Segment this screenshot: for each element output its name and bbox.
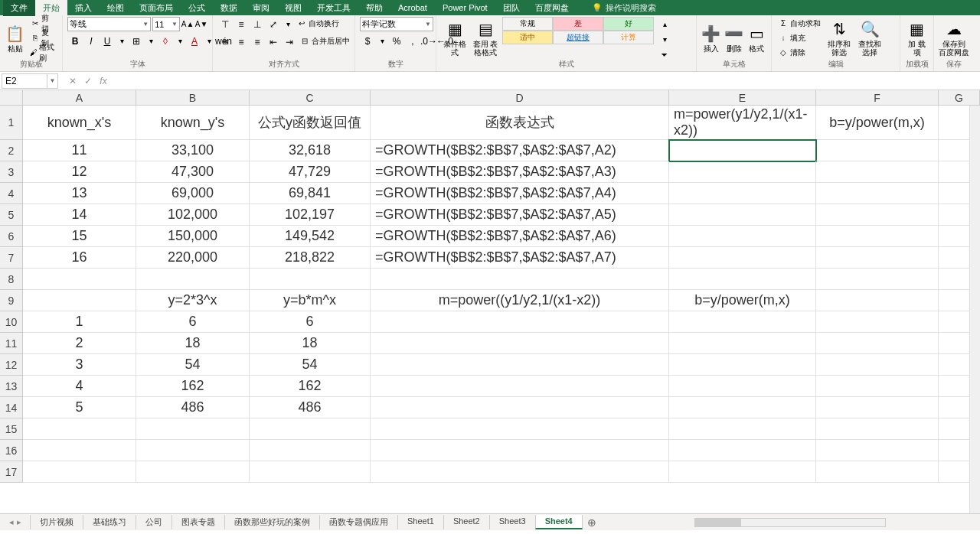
sheet-tab-Sheet1[interactable]: Sheet1: [397, 515, 444, 529]
tab-team[interactable]: 团队: [495, 0, 528, 16]
tab-baidu[interactable]: 百度网盘: [528, 0, 577, 16]
cell-E14[interactable]: [669, 397, 816, 418]
cell-C13[interactable]: 162: [250, 376, 371, 397]
tab-draw[interactable]: 绘图: [100, 0, 132, 16]
italic-button[interactable]: I: [83, 34, 99, 49]
sheet-tab-切片视频[interactable]: 切片视频: [30, 515, 83, 529]
cell-B3[interactable]: 47,300: [136, 161, 250, 183]
cell-F3[interactable]: [816, 161, 939, 183]
cell-E3[interactable]: [669, 161, 816, 183]
sheet-tab-函数专题偶应用[interactable]: 函数专题偶应用: [319, 515, 398, 529]
cell-B4[interactable]: 69,000: [136, 183, 250, 204]
number-format-combo[interactable]: 科学记数▼: [360, 17, 433, 31]
format-painter-button[interactable]: 🖌格式刷: [28, 46, 57, 59]
bold-button[interactable]: B: [67, 34, 83, 49]
style-normal[interactable]: 常规: [502, 17, 553, 31]
orientation-more-button[interactable]: ▾: [282, 17, 294, 31]
cell-C8[interactable]: [250, 269, 371, 290]
find-select-button[interactable]: 🔍查找和选择: [856, 17, 884, 60]
horizontal-scrollbar[interactable]: [694, 518, 886, 527]
col-header-B[interactable]: B: [136, 90, 250, 105]
align-center-button[interactable]: ≡: [234, 34, 249, 50]
row-header-8[interactable]: 8: [0, 269, 23, 290]
cell-D8[interactable]: [371, 269, 669, 290]
style-scroll-down[interactable]: ▾: [658, 32, 671, 46]
tab-file[interactable]: 文件: [3, 0, 35, 16]
cell-A3[interactable]: 12: [23, 161, 136, 183]
cell-D3[interactable]: =GROWTH($B$2:$B$7,$A$2:$A$7,A3): [371, 161, 669, 183]
tab-review[interactable]: 审阅: [245, 0, 277, 16]
cell-A17[interactable]: [23, 461, 136, 483]
cell-E16[interactable]: [669, 440, 816, 461]
cell-F16[interactable]: [816, 440, 939, 461]
cell-C16[interactable]: [250, 440, 371, 461]
percent-button[interactable]: %: [389, 34, 404, 49]
cell-E17[interactable]: [669, 461, 816, 483]
cell-F13[interactable]: [816, 376, 939, 397]
cell-B13[interactable]: 162: [136, 376, 250, 397]
fx-button[interactable]: fx: [96, 76, 110, 86]
wrap-text-button[interactable]: ↩自动换行: [295, 17, 351, 30]
row-header-16[interactable]: 16: [0, 440, 23, 461]
cell-B17[interactable]: [136, 461, 250, 483]
align-right-button[interactable]: ≡: [250, 34, 265, 50]
align-left-button[interactable]: ≡: [217, 34, 233, 50]
cell-F6[interactable]: [816, 226, 939, 247]
row-header-1[interactable]: 1: [0, 106, 23, 140]
cell-E13[interactable]: [669, 376, 816, 397]
cell-B8[interactable]: [136, 269, 250, 290]
sort-filter-button[interactable]: ⇅排序和筛选: [825, 17, 853, 60]
cell-E7[interactable]: [669, 247, 816, 269]
cell-F2[interactable]: [816, 140, 939, 161]
cell-F14[interactable]: [816, 397, 939, 418]
cell-B6[interactable]: 150,000: [136, 226, 250, 247]
row-header-12[interactable]: 12: [0, 354, 23, 376]
vertical-scrollbar[interactable]: [969, 106, 980, 513]
cell-A14[interactable]: 5: [23, 397, 136, 418]
cell-C9[interactable]: y=b*m^x: [250, 290, 371, 311]
style-scroll-up[interactable]: ▴: [658, 17, 671, 31]
cell-E9[interactable]: b=y/power(m,x): [669, 290, 816, 311]
clear-button[interactable]: ◇清除: [776, 46, 822, 59]
font-name-combo[interactable]: 等线▼: [67, 17, 151, 31]
cell-D9[interactable]: m=power((y1/y2,1/(x1-x2)): [371, 290, 669, 311]
cell-D10[interactable]: [371, 311, 669, 333]
cell-A2[interactable]: 11: [23, 140, 136, 161]
cell-C17[interactable]: [250, 461, 371, 483]
merge-center-button[interactable]: ⊟合并后居中: [298, 34, 354, 47]
cell-E11[interactable]: [669, 333, 816, 354]
row-header-2[interactable]: 2: [0, 140, 23, 161]
tab-help[interactable]: 帮助: [358, 0, 390, 16]
cell-A9[interactable]: [23, 290, 136, 311]
cell-A11[interactable]: 2: [23, 333, 136, 354]
tab-dev[interactable]: 开发工具: [309, 0, 358, 16]
insert-cells-button[interactable]: ➕插入: [701, 17, 721, 60]
cell-D1[interactable]: 函数表达式: [371, 106, 669, 140]
cell-E2[interactable]: [669, 140, 816, 161]
cell-A1[interactable]: known_x's: [23, 106, 136, 140]
border-more-button[interactable]: ▾: [145, 34, 157, 47]
fill-button[interactable]: ↓填充: [776, 31, 822, 44]
row-header-13[interactable]: 13: [0, 376, 23, 397]
sheet-tab-公司[interactable]: 公司: [136, 515, 172, 529]
paste-button[interactable]: 📋 粘贴: [5, 17, 25, 60]
align-middle-button[interactable]: ≡: [234, 17, 249, 32]
underline-more-button[interactable]: ▾: [116, 34, 128, 47]
cell-D2[interactable]: =GROWTH($B$2:$B$7,$A$2:$A$7,A2): [371, 140, 669, 161]
cell-B15[interactable]: [136, 418, 250, 440]
col-header-E[interactable]: E: [669, 90, 816, 105]
orientation-button[interactable]: ⤢: [266, 17, 281, 32]
cell-E4[interactable]: [669, 183, 816, 204]
sheet-tab-图表专题[interactable]: 图表专题: [172, 515, 225, 529]
cell-A13[interactable]: 4: [23, 376, 136, 397]
col-header-D[interactable]: D: [371, 90, 669, 105]
cell-A8[interactable]: [23, 269, 136, 290]
accounting-format-button[interactable]: $: [360, 34, 375, 49]
cell-C6[interactable]: 149,542: [250, 226, 371, 247]
cell-A12[interactable]: 3: [23, 354, 136, 376]
comma-button[interactable]: ,: [405, 34, 420, 49]
cell-D16[interactable]: [371, 440, 669, 461]
increase-font-button[interactable]: A▲: [181, 17, 194, 31]
style-check[interactable]: 适中: [502, 31, 553, 44]
row-header-5[interactable]: 5: [0, 204, 23, 226]
